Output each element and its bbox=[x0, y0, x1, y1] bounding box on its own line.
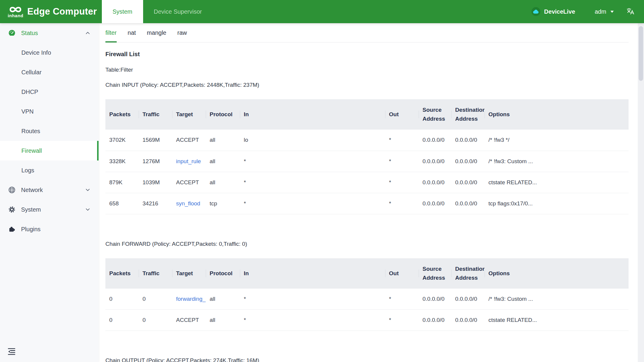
collapse-sidebar-button[interactable] bbox=[8, 348, 15, 356]
table-row: 00forwarding_ruleall**0.0.0.0/00.0.0.0/0… bbox=[105, 289, 629, 310]
table-cell: * bbox=[385, 193, 419, 214]
table-cell: /* !fw3: Custom ... bbox=[485, 151, 629, 172]
sidebar-item-label: Cellular bbox=[21, 69, 42, 76]
table-cell: ACCEPT bbox=[172, 172, 206, 193]
column-header: Traffic bbox=[139, 258, 172, 289]
tab-raw[interactable]: raw bbox=[177, 23, 187, 42]
sidebar-item-label: Device Info bbox=[21, 49, 51, 56]
tab-nat[interactable]: nat bbox=[128, 23, 136, 42]
table-cell: 3328K bbox=[105, 151, 139, 172]
table-cell: tcp flags:0x17/0... bbox=[485, 193, 629, 214]
table-cell: all bbox=[206, 130, 240, 151]
table-cell: 0.0.0.0/0 bbox=[451, 310, 485, 331]
main-content: filternatmangleraw Firewall List Table:F… bbox=[99, 23, 638, 362]
table-cell: * bbox=[385, 151, 419, 172]
column-header: Protocol bbox=[206, 99, 240, 130]
table-cell: all bbox=[206, 172, 240, 193]
table-cell: 0 bbox=[105, 289, 139, 310]
header-nav: System Device Supervisor bbox=[102, 0, 213, 23]
sidebar-item-logs[interactable]: Logs bbox=[0, 160, 99, 180]
sidebar-item-routes[interactable]: Routes bbox=[0, 121, 99, 141]
table-cell: forwarding_rule bbox=[172, 289, 206, 310]
devicelive-label: DeviceLive bbox=[544, 8, 575, 15]
sidebar-item-label: Routes bbox=[21, 128, 40, 135]
table-cell: 0.0.0.0/0 bbox=[419, 151, 451, 172]
app-root: inhand Edge Computer System Device Super… bbox=[0, 0, 644, 362]
language-switcher[interactable] bbox=[626, 8, 634, 16]
column-header: Protocol bbox=[206, 258, 240, 289]
tab-mangle[interactable]: mangle bbox=[147, 23, 167, 42]
header-right: DeviceLive adm bbox=[531, 0, 644, 23]
chevron-down-icon bbox=[85, 188, 90, 193]
table-cell: * bbox=[385, 172, 419, 193]
table-label: Table:Filter bbox=[105, 66, 629, 73]
sidebar-item-label: Status bbox=[21, 30, 38, 37]
column-header: Packets bbox=[105, 99, 139, 130]
column-header: Options bbox=[485, 258, 629, 289]
sidebar-item-vpn[interactable]: VPN bbox=[0, 102, 99, 121]
table-cell: 0.0.0.0/0 bbox=[419, 193, 451, 214]
table-header-row: PacketsTrafficTargetProtocolInOutSource … bbox=[105, 99, 629, 130]
table-cell: ctstate RELATED... bbox=[485, 310, 629, 331]
nav-tab-device-supervisor[interactable]: Device Supervisor bbox=[143, 0, 213, 23]
sidebar-item-plugins[interactable]: Plugins bbox=[0, 219, 99, 239]
sidebar-item-status[interactable]: Status bbox=[0, 23, 99, 43]
target-link[interactable]: syn_flood bbox=[176, 200, 200, 207]
table-cell: 34216 bbox=[139, 193, 172, 214]
table-cell: 0 bbox=[139, 310, 172, 331]
target-link[interactable]: input_rule bbox=[176, 158, 201, 164]
globe-icon bbox=[8, 186, 15, 193]
sidebar-item-cellular[interactable]: Cellular bbox=[0, 62, 99, 82]
sidebar-item-network[interactable]: Network bbox=[0, 180, 99, 200]
table-cell: 0.0.0.0/0 bbox=[451, 151, 485, 172]
table-cell: ACCEPT bbox=[172, 130, 206, 151]
table-row: 3328K1276Minput_ruleall**0.0.0.0/00.0.0.… bbox=[105, 151, 629, 172]
chevron-down-icon bbox=[85, 207, 90, 212]
page-title: Firewall List bbox=[105, 51, 629, 58]
table-cell: syn_flood bbox=[172, 193, 206, 214]
table-cell: 0.0.0.0/0 bbox=[419, 289, 451, 310]
sidebar-item-label: DHCP bbox=[21, 89, 38, 95]
table-row: 3702K1569MACCEPTalllo*0.0.0.0/00.0.0.0/0… bbox=[105, 130, 629, 151]
table-cell: 0.0.0.0/0 bbox=[451, 130, 485, 151]
column-header: Out bbox=[385, 258, 419, 289]
target-link[interactable]: forwarding_rule bbox=[176, 296, 206, 302]
column-header: In bbox=[240, 99, 385, 130]
table-cell: 0.0.0.0/0 bbox=[451, 193, 485, 214]
chain-heading: Chain INPUT (Policy: ACCEPT,Packets: 244… bbox=[105, 81, 629, 88]
table-cell: 0 bbox=[139, 289, 172, 310]
table-cell: * bbox=[240, 172, 385, 193]
tab-filter[interactable]: filter bbox=[105, 23, 117, 42]
table-cell: 0.0.0.0/0 bbox=[419, 130, 451, 151]
table-cell: * bbox=[385, 130, 419, 151]
sidebar-item-device-info[interactable]: Device Info bbox=[0, 43, 99, 62]
nav-tab-system[interactable]: System bbox=[102, 0, 143, 23]
sidebar-item-label: Logs bbox=[21, 167, 34, 174]
sidebar-item-dhcp[interactable]: DHCP bbox=[0, 82, 99, 102]
sidebar-item-system[interactable]: System bbox=[0, 200, 99, 219]
firewall-table: PacketsTrafficTargetProtocolInOutSource … bbox=[105, 99, 629, 214]
sidebar-item-label: Plugins bbox=[21, 226, 41, 233]
table-cell: all bbox=[206, 289, 240, 310]
firewall-table: PacketsTrafficTargetProtocolInOutSource … bbox=[105, 258, 629, 331]
table-cell: 1039M bbox=[139, 172, 172, 193]
scrollbar-thumb[interactable] bbox=[639, 26, 643, 81]
column-header: Source Address bbox=[419, 99, 451, 130]
sidebar: StatusDevice InfoCellularDHCPVPNRoutesFi… bbox=[0, 23, 99, 362]
sidebar-item-firewall[interactable]: Firewall bbox=[0, 141, 99, 160]
product-name: Edge Computer bbox=[27, 6, 97, 17]
table-cell: * bbox=[240, 193, 385, 214]
table-cell: 0.0.0.0/0 bbox=[419, 310, 451, 331]
devicelive-status[interactable]: DeviceLive bbox=[531, 7, 575, 16]
chain-heading: Chain OUTPUT (Policy: ACCEPT,Packets: 27… bbox=[105, 357, 629, 362]
vertical-scrollbar[interactable] bbox=[638, 23, 644, 362]
table-cell: * bbox=[240, 289, 385, 310]
cloud-icon bbox=[531, 7, 540, 16]
table-cell: all bbox=[206, 310, 240, 331]
sidebar-item-label: VPN bbox=[21, 108, 34, 115]
table-cell: * bbox=[240, 310, 385, 331]
column-header: Source Address bbox=[419, 258, 451, 289]
user-menu[interactable]: adm bbox=[595, 8, 614, 15]
table-cell: 0 bbox=[105, 310, 139, 331]
table-cell: /* !fw3: Custom ... bbox=[485, 289, 629, 310]
